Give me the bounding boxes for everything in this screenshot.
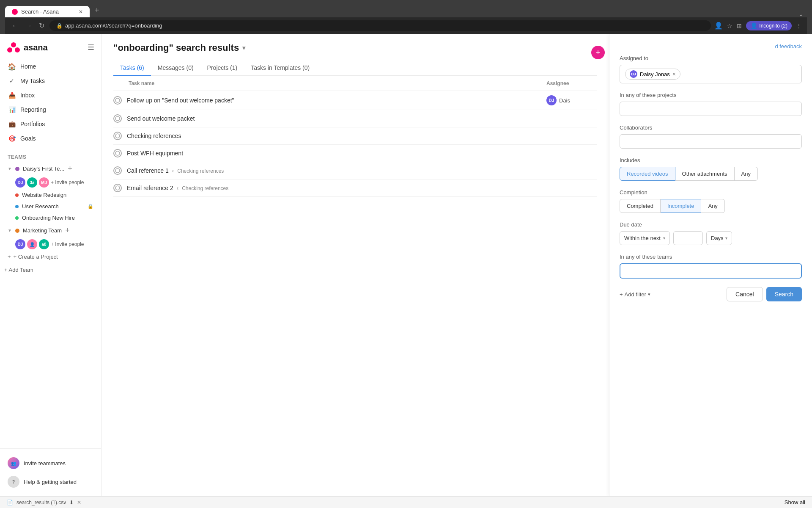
svg-point-5 [115, 134, 120, 138]
sidebar-item-label-daisys-team: Daisy's First Te... [23, 166, 64, 172]
sidebar-item-label-website: Website Redesign [22, 192, 66, 198]
task-name-1[interactable]: Follow up on "Send out welcome packet" [127, 97, 546, 104]
tab-projects[interactable]: Projects (1) [200, 60, 244, 76]
menu-icon[interactable]: ⋮ [796, 22, 802, 29]
invite-people-link-1[interactable]: + Invite people [51, 179, 84, 185]
sidebar-item-home[interactable]: 🏠 Home [3, 59, 98, 74]
hamburger-btn[interactable]: ☰ [88, 43, 94, 52]
projects-label: In any of these projects [620, 92, 802, 98]
tab-tasks-label: Tasks (6) [120, 64, 144, 71]
task-assignee-1: DJ Dais [546, 95, 597, 105]
tab-title: Search - Asana [21, 8, 59, 15]
add-team-btn[interactable]: + Add Team [0, 264, 101, 276]
star-icon[interactable]: ☆ [727, 22, 732, 29]
task-checkbox-2[interactable] [113, 114, 122, 123]
sidebar-item-reporting[interactable]: 📊 Reporting [3, 102, 98, 117]
completion-any[interactable]: Any [701, 199, 724, 213]
teams-input[interactable] [620, 263, 802, 279]
create-project-btn[interactable]: + + Create a Project [3, 251, 98, 262]
task-checkbox-4[interactable] [113, 149, 122, 157]
assigned-to-input[interactable]: DJ Daisy Jonas × [620, 65, 802, 83]
sidebar-item-label-my-tasks: My Tasks [20, 77, 45, 84]
due-date-number-input[interactable] [673, 231, 703, 245]
task-checkbox-6[interactable] [113, 184, 122, 192]
sidebar-item-website-redesign[interactable]: Website Redesign [3, 189, 98, 201]
profile-pill[interactable]: 👤 Incognito (2) [746, 21, 792, 30]
tab-templates[interactable]: Tasks in Templates (0) [244, 60, 316, 76]
sidebar-item-daisys-team[interactable]: ▼ Daisy's First Te... + [3, 162, 98, 176]
sidebar: asana ☰ 🏠 Home ✓ My Tasks 📥 Inbox 📊 Repo… [0, 34, 102, 496]
includes-any[interactable]: Any [735, 167, 758, 181]
due-date-select[interactable]: Within the next ▾ [620, 231, 670, 245]
team-dot-marketing [15, 229, 19, 233]
due-date-row: Within the next ▾ Days ▾ [620, 231, 802, 245]
invite-teammates-btn[interactable]: 👥 Invite teammates [3, 454, 98, 472]
search-tabs: Tasks (6) Messages (0) Projects (1) Task… [113, 60, 597, 76]
show-all-link[interactable]: Show all [785, 499, 805, 505]
task-name-4[interactable]: Post WFH equipment [127, 150, 546, 157]
sidebar-item-portfolios[interactable]: 💼 Portfolios [3, 117, 98, 131]
tab-messages[interactable]: Messages (0) [151, 60, 200, 76]
plus-icon: + [8, 254, 11, 260]
reload-btn[interactable]: ↻ [37, 20, 46, 31]
marketing-add-btn[interactable]: + [65, 226, 70, 235]
home-icon: 🏠 [8, 62, 16, 71]
cancel-button[interactable]: Cancel [727, 287, 763, 301]
filename: search_results (1).csv [16, 500, 66, 505]
due-date-unit-select[interactable]: Days ▾ [706, 231, 732, 245]
browser-tab-active[interactable]: Search - Asana ✕ [5, 6, 90, 17]
completion-incomplete[interactable]: Incomplete [661, 199, 702, 213]
task-checkbox-1[interactable] [113, 96, 122, 105]
includes-other-attachments[interactable]: Other attachments [675, 167, 735, 181]
task-checkbox-5[interactable] [113, 166, 122, 175]
task-name-5[interactable]: Call reference 1 ‹ Checking references [127, 167, 546, 174]
sidebar-item-onboarding[interactable]: Onboarding New Hire [3, 212, 98, 224]
sidebar-item-user-research[interactable]: User Research 🔒 [3, 201, 98, 212]
collaborators-input[interactable] [620, 134, 802, 149]
sidebar-item-label-marketing: Marketing Team [23, 227, 62, 234]
svg-point-1 [7, 47, 12, 52]
tag-avatar-dj: DJ [630, 70, 637, 78]
filter-completion: Completion Completed Incomplete Any [620, 189, 802, 213]
add-filter-btn[interactable]: + Add filter ▾ [620, 291, 650, 298]
tag-remove-btn[interactable]: × [672, 71, 676, 77]
tab-close-btn[interactable]: ✕ [79, 9, 83, 15]
close-download-icon[interactable]: ✕ [77, 500, 81, 505]
task-checkbox-3[interactable] [113, 132, 122, 140]
tab-projects-label: Projects (1) [207, 64, 238, 71]
sidebar-item-inbox[interactable]: 📥 Inbox [3, 88, 98, 102]
help-btn[interactable]: ? Help & getting started [3, 472, 98, 491]
back-btn[interactable]: ← [10, 20, 20, 31]
completion-completed[interactable]: Completed [620, 199, 661, 213]
task-name-3[interactable]: Checking references [127, 133, 546, 139]
filter-panel: d feedback Assigned to DJ Daisy Jonas × … [609, 34, 812, 496]
task-list: Task name Assignee Follow up on "Send ou… [102, 76, 609, 496]
download-icon[interactable]: ⬇ [69, 500, 74, 505]
svg-point-6 [115, 151, 120, 155]
forward-btn[interactable]: → [24, 20, 34, 31]
projects-input[interactable] [620, 102, 802, 116]
task-name-6[interactable]: Email reference 2 ‹ Checking references [127, 185, 546, 191]
title-dropdown-icon[interactable]: ▾ [242, 44, 245, 51]
team-add-btn[interactable]: + [68, 164, 72, 173]
tab-strip-icon[interactable]: ⊞ [737, 22, 742, 29]
avatar-member2: 👤 [27, 239, 37, 249]
feedback-link[interactable]: d feedback [775, 43, 802, 50]
sidebar-item-my-tasks[interactable]: ✓ My Tasks [3, 74, 98, 88]
sidebar-item-label-goals: Goals [20, 135, 36, 142]
task-name-2[interactable]: Send out welcome packet [127, 115, 546, 122]
due-date-chevron: ▾ [663, 236, 665, 240]
table-row: Email reference 2 ‹ Checking references [113, 179, 597, 197]
lock-icon-research: 🔒 [88, 204, 93, 209]
filter-projects: In any of these projects [620, 92, 802, 116]
sidebar-item-goals[interactable]: 🎯 Goals [3, 131, 98, 146]
tab-messages-label: Messages (0) [158, 64, 194, 71]
assigned-to-label: Assigned to [620, 55, 802, 61]
invite-people-link-2[interactable]: + Invite people [51, 241, 84, 247]
search-button[interactable]: Search [766, 287, 802, 301]
sidebar-item-marketing-team[interactable]: ▼ Marketing Team + [3, 224, 98, 237]
tab-tasks[interactable]: Tasks (6) [113, 60, 151, 76]
add-button[interactable]: + [591, 46, 605, 59]
new-tab-btn[interactable]: + [91, 3, 104, 17]
includes-recorded-videos[interactable]: Recorded videos [620, 167, 675, 181]
